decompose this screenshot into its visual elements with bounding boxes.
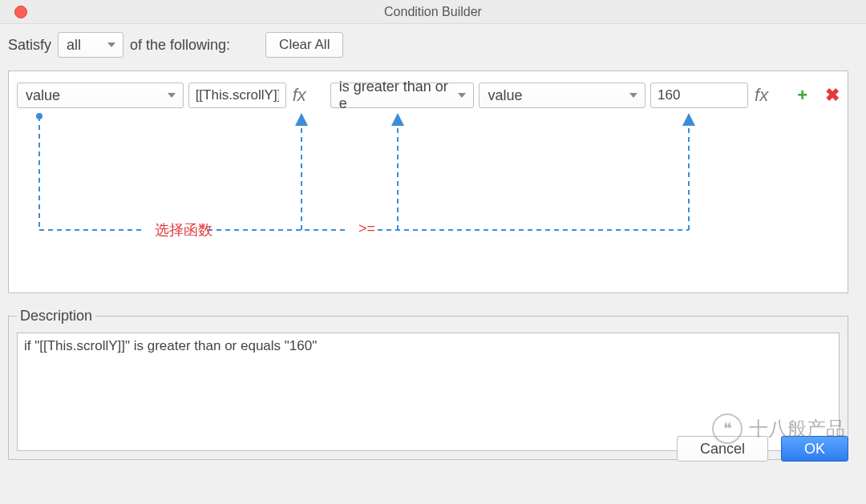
ok-button[interactable]: OK [781,436,848,462]
cancel-button[interactable]: Cancel [677,436,768,462]
conditions-panel: value fx is greater than or e value fx +… [8,71,848,293]
window-title: Condition Builder [0,5,866,19]
satisfy-select[interactable]: all [58,32,123,58]
satisfy-row: Satisfy all of the following: Clear All [8,32,848,58]
titlebar: Condition Builder [0,0,866,24]
cancel-label: Cancel [700,441,745,458]
description-text[interactable]: if "[[This.scrollY]]" is greater than or… [17,333,840,451]
footer-buttons: Cancel OK [677,436,848,462]
clear-all-button[interactable]: Clear All [265,32,343,58]
satisfy-value: all [67,37,81,54]
satisfy-label: Satisfy [8,37,51,54]
description-legend: Description [17,308,95,325]
dialog-body: Satisfy all of the following: Clear All … [0,24,866,470]
following-label: of the following: [130,37,230,54]
annotation-arrows [9,71,843,280]
clear-all-label: Clear All [279,37,330,53]
ok-label: OK [804,441,825,458]
